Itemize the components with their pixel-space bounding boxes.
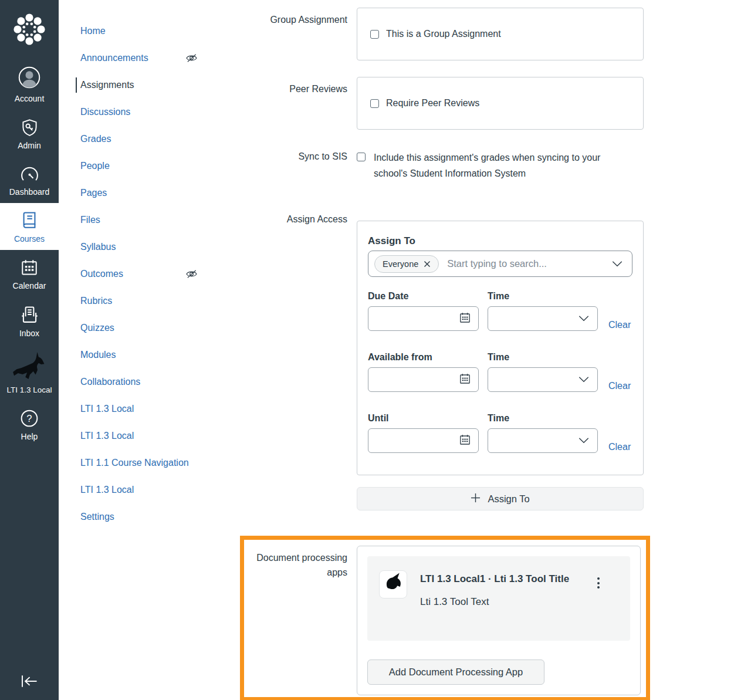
sync-to-sis-section: Sync to SIS Include this assignment's gr… xyxy=(246,148,644,181)
course-nav-pages[interactable]: Pages xyxy=(80,185,198,201)
available-time-select[interactable] xyxy=(488,367,598,392)
calendar-icon[interactable] xyxy=(459,373,471,387)
available-from-label: Available from xyxy=(368,351,479,364)
available-clear-link[interactable]: Clear xyxy=(608,381,631,392)
app-options-kebab-icon[interactable] xyxy=(595,575,602,591)
course-nav-lti-11-course-navigation[interactable]: LTI 1.1 Course Navigation xyxy=(80,455,198,471)
account-avatar-icon xyxy=(17,66,42,89)
canvas-logo[interactable] xyxy=(13,13,46,48)
sidebar-item-calendar[interactable]: Calendar xyxy=(0,250,59,297)
course-nav-lti-13-local-2[interactable]: LTI 1.3 Local xyxy=(80,428,198,444)
available-from-input[interactable] xyxy=(368,367,479,392)
due-clear-link[interactable]: Clear xyxy=(608,320,631,331)
course-nav-quizzes[interactable]: Quizzes xyxy=(80,320,198,336)
canvas-logo-icon xyxy=(13,38,46,48)
course-nav-people[interactable]: People xyxy=(80,158,198,174)
calendar-icon[interactable] xyxy=(459,434,471,448)
assign-to-heading: Assign To xyxy=(368,235,632,247)
due-date-group: Due Date xyxy=(368,290,632,331)
course-nav-syllabus[interactable]: Syllabus xyxy=(80,239,198,255)
sidebar-item-courses[interactable]: Courses xyxy=(0,203,59,251)
until-time-select[interactable] xyxy=(488,428,598,453)
app-text-block: LTI 1.3 Local1 · Lti 1.3 Tool Title Lti … xyxy=(420,570,595,608)
book-icon xyxy=(20,209,39,232)
course-nav-assignments[interactable]: Assignments xyxy=(76,77,198,93)
document-processing-highlight: Document processing apps LTI 1.3 Local1 … xyxy=(240,536,650,700)
collapse-arrow-icon xyxy=(20,680,39,690)
hidden-eye-off-icon xyxy=(185,53,198,63)
peer-reviews-checkbox-label: Require Peer Reviews xyxy=(386,98,479,109)
assign-to-combobox[interactable]: Everyone xyxy=(368,251,632,277)
unicorn-icon xyxy=(11,351,48,381)
course-nav-lti-13-local-1[interactable]: LTI 1.3 Local xyxy=(80,401,198,417)
collapse-nav-button[interactable] xyxy=(20,674,39,691)
due-date-label: Due Date xyxy=(368,290,479,303)
course-nav-home[interactable]: Home xyxy=(80,23,198,39)
sidebar-item-help[interactable]: ? Help xyxy=(0,401,59,448)
sidebar-item-label: Admin xyxy=(0,141,59,151)
sync-to-sis-content: Include this assignment's grades when sy… xyxy=(357,148,644,181)
due-time-label: Time xyxy=(488,290,598,303)
course-nav-discussions[interactable]: Discussions xyxy=(80,104,198,120)
assignee-search-input[interactable] xyxy=(447,258,607,269)
course-nav-settings[interactable]: Settings xyxy=(80,509,198,525)
sidebar-item-admin[interactable]: Admin xyxy=(0,110,59,157)
course-nav: Home Announcements Assignments Discussio… xyxy=(80,23,198,536)
course-nav-rubrics[interactable]: Rubrics xyxy=(80,293,198,309)
peer-reviews-checkbox[interactable] xyxy=(370,99,379,108)
course-nav-files[interactable]: Files xyxy=(80,212,198,228)
sidebar-item-account[interactable]: Account xyxy=(0,60,59,110)
sync-to-sis-checkbox[interactable] xyxy=(357,153,366,161)
assignee-tag-label: Everyone xyxy=(383,259,418,269)
app-title: LTI 1.3 Local1 · Lti 1.3 Tool Title xyxy=(420,570,595,588)
group-assignment-section: Group Assignment This is a Group Assignm… xyxy=(246,8,644,60)
add-document-processing-app-button[interactable]: Add Document Processing App xyxy=(367,660,544,685)
available-from-group: Available from xyxy=(368,351,632,392)
sidebar-item-label: Account xyxy=(0,94,59,104)
gauge-icon xyxy=(20,163,39,185)
calendar-icon[interactable] xyxy=(459,312,471,326)
sync-to-sis-checkbox-label: Include this assignment's grades when sy… xyxy=(374,150,620,181)
document-processing-label: Document processing apps xyxy=(244,540,347,695)
course-nav-announcements[interactable]: Announcements xyxy=(80,50,198,66)
assign-access-section: Assign Access Assign To Everyone xyxy=(246,214,644,475)
due-time-select[interactable] xyxy=(488,306,598,331)
due-date-input[interactable] xyxy=(368,306,479,331)
sidebar-item-label: Help xyxy=(0,432,59,442)
until-clear-link[interactable]: Clear xyxy=(608,442,631,453)
group-assignment-checkbox[interactable] xyxy=(370,30,379,39)
document-processing-app-tile: LTI 1.3 Local1 · Lti 1.3 Tool Title Lti … xyxy=(367,556,630,641)
peer-reviews-panel: Require Peer Reviews xyxy=(357,77,644,130)
until-input[interactable] xyxy=(368,428,479,453)
sidebar-item-label: Courses xyxy=(0,234,59,244)
document-processing-panel: LTI 1.3 Local1 · Lti 1.3 Tool Title Lti … xyxy=(357,546,641,695)
course-nav-modules[interactable]: Modules xyxy=(80,347,198,363)
chevron-down-icon xyxy=(579,435,589,446)
chevron-down-icon[interactable] xyxy=(612,261,623,267)
unicorn-head-icon xyxy=(382,572,404,597)
sidebar-item-inbox[interactable]: Inbox xyxy=(0,297,59,344)
sidebar-item-label: Calendar xyxy=(0,281,59,291)
assignee-tag: Everyone xyxy=(374,255,439,273)
sidebar-item-label: LTI 1.3 Local xyxy=(0,385,59,395)
sidebar-item-lti-13-local[interactable]: LTI 1.3 Local xyxy=(0,344,59,401)
group-assignment-checkbox-label: This is a Group Assignment xyxy=(386,29,501,39)
course-nav-grades[interactable]: Grades xyxy=(80,131,198,147)
course-nav-collaborations[interactable]: Collaborations xyxy=(80,374,198,390)
until-time-label: Time xyxy=(488,412,598,425)
calendar-icon xyxy=(20,256,39,279)
plus-icon xyxy=(471,493,481,505)
inbox-tray-icon xyxy=(20,303,39,326)
add-assign-to-button[interactable]: Assign To xyxy=(357,487,644,510)
hidden-eye-off-icon xyxy=(185,269,198,279)
sidebar-item-dashboard[interactable]: Dashboard xyxy=(0,157,59,203)
peer-reviews-section: Peer Reviews Require Peer Reviews xyxy=(246,77,644,130)
course-nav-lti-13-local-3[interactable]: LTI 1.3 Local xyxy=(80,482,198,498)
shield-key-icon xyxy=(21,116,39,138)
group-assignment-panel: This is a Group Assignment xyxy=(357,8,644,60)
help-icon: ? xyxy=(20,407,39,430)
course-nav-outcomes[interactable]: Outcomes xyxy=(80,266,198,282)
assign-access-panel: Assign To Everyone Due Date xyxy=(357,221,644,475)
remove-tag-icon[interactable] xyxy=(424,261,431,268)
sidebar-item-label: Inbox xyxy=(0,329,59,339)
